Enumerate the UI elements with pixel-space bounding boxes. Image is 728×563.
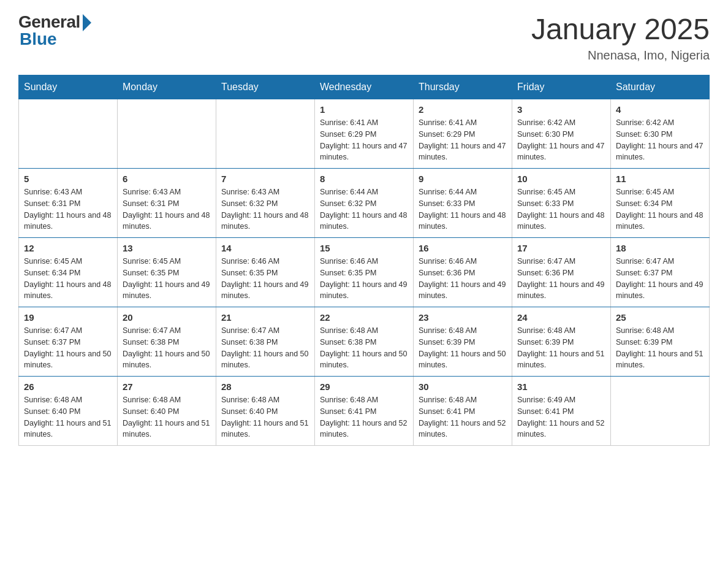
day-number: 6 (123, 174, 211, 184)
calendar-week-2: 5Sunrise: 6:43 AMSunset: 6:31 PMDaylight… (19, 169, 710, 238)
day-number: 2 (419, 104, 507, 115)
calendar-cell (216, 99, 315, 169)
logo-blue-text: Blue (18, 29, 57, 49)
day-number: 13 (123, 243, 211, 253)
calendar-cell: 3Sunrise: 6:42 AMSunset: 6:30 PMDaylight… (512, 99, 611, 169)
calendar-week-1: 1Sunrise: 6:41 AMSunset: 6:29 PMDaylight… (19, 99, 710, 169)
weekday-header-tuesday: Tuesday (216, 75, 315, 99)
calendar-cell: 26Sunrise: 6:48 AMSunset: 6:40 PMDayligh… (19, 377, 118, 446)
day-info: Sunrise: 6:43 AMSunset: 6:31 PMDaylight:… (123, 186, 211, 232)
day-number: 28 (221, 381, 309, 392)
calendar-cell: 15Sunrise: 6:46 AMSunset: 6:35 PMDayligh… (315, 238, 414, 307)
weekday-header-saturday: Saturday (611, 75, 710, 99)
page-header: General Blue January 2025 Nnenasa, Imo, … (18, 12, 710, 63)
day-number: 26 (24, 381, 112, 392)
calendar-cell: 5Sunrise: 6:43 AMSunset: 6:31 PMDaylight… (19, 169, 118, 238)
calendar-cell (118, 99, 216, 169)
day-number: 21 (221, 312, 309, 323)
day-number: 7 (221, 174, 309, 184)
day-info: Sunrise: 6:45 AMSunset: 6:35 PMDaylight:… (123, 256, 211, 302)
calendar-table: SundayMondayTuesdayWednesdayThursdayFrid… (18, 75, 710, 446)
day-info: Sunrise: 6:42 AMSunset: 6:30 PMDaylight:… (517, 117, 605, 163)
day-number: 25 (616, 312, 704, 323)
day-info: Sunrise: 6:48 AMSunset: 6:40 PMDaylight:… (24, 394, 112, 440)
month-title: January 2025 (531, 12, 710, 46)
day-info: Sunrise: 6:48 AMSunset: 6:40 PMDaylight:… (221, 394, 309, 440)
day-info: Sunrise: 6:43 AMSunset: 6:31 PMDaylight:… (24, 186, 112, 232)
day-info: Sunrise: 6:47 AMSunset: 6:37 PMDaylight:… (24, 325, 112, 371)
day-number: 31 (517, 381, 605, 392)
day-info: Sunrise: 6:46 AMSunset: 6:35 PMDaylight:… (320, 256, 408, 302)
calendar-cell: 16Sunrise: 6:46 AMSunset: 6:36 PMDayligh… (414, 238, 512, 307)
day-number: 29 (320, 381, 408, 392)
day-info: Sunrise: 6:44 AMSunset: 6:32 PMDaylight:… (320, 186, 408, 232)
calendar-cell: 14Sunrise: 6:46 AMSunset: 6:35 PMDayligh… (216, 238, 315, 307)
calendar-cell: 2Sunrise: 6:41 AMSunset: 6:29 PMDaylight… (414, 99, 512, 169)
weekday-header-thursday: Thursday (414, 75, 512, 99)
calendar-cell (611, 377, 710, 446)
day-number: 4 (616, 104, 704, 115)
day-number: 23 (419, 312, 507, 323)
calendar-cell: 17Sunrise: 6:47 AMSunset: 6:36 PMDayligh… (512, 238, 611, 307)
day-number: 8 (320, 174, 408, 184)
day-number: 14 (221, 243, 309, 253)
day-number: 24 (517, 312, 605, 323)
day-number: 16 (419, 243, 507, 253)
day-number: 11 (616, 174, 704, 184)
day-number: 12 (24, 243, 112, 253)
calendar-cell: 4Sunrise: 6:42 AMSunset: 6:30 PMDaylight… (611, 99, 710, 169)
weekday-header-wednesday: Wednesday (315, 75, 414, 99)
day-info: Sunrise: 6:45 AMSunset: 6:34 PMDaylight:… (616, 186, 704, 232)
day-number: 1 (320, 104, 408, 115)
day-info: Sunrise: 6:43 AMSunset: 6:32 PMDaylight:… (221, 186, 309, 232)
day-number: 15 (320, 243, 408, 253)
calendar-cell (19, 99, 118, 169)
calendar-cell: 13Sunrise: 6:45 AMSunset: 6:35 PMDayligh… (118, 238, 216, 307)
day-info: Sunrise: 6:41 AMSunset: 6:29 PMDaylight:… (320, 117, 408, 163)
day-info: Sunrise: 6:45 AMSunset: 6:34 PMDaylight:… (24, 256, 112, 302)
day-number: 22 (320, 312, 408, 323)
day-info: Sunrise: 6:48 AMSunset: 6:38 PMDaylight:… (320, 325, 408, 371)
day-number: 17 (517, 243, 605, 253)
weekday-header-sunday: Sunday (19, 75, 118, 99)
day-info: Sunrise: 6:47 AMSunset: 6:38 PMDaylight:… (221, 325, 309, 371)
calendar-cell: 9Sunrise: 6:44 AMSunset: 6:33 PMDaylight… (414, 169, 512, 238)
day-info: Sunrise: 6:47 AMSunset: 6:36 PMDaylight:… (517, 256, 605, 302)
calendar-header: SundayMondayTuesdayWednesdayThursdayFrid… (19, 75, 710, 99)
calendar-cell: 18Sunrise: 6:47 AMSunset: 6:37 PMDayligh… (611, 238, 710, 307)
calendar-cell: 1Sunrise: 6:41 AMSunset: 6:29 PMDaylight… (315, 99, 414, 169)
day-info: Sunrise: 6:45 AMSunset: 6:33 PMDaylight:… (517, 186, 605, 232)
day-info: Sunrise: 6:46 AMSunset: 6:35 PMDaylight:… (221, 256, 309, 302)
day-info: Sunrise: 6:47 AMSunset: 6:38 PMDaylight:… (123, 325, 211, 371)
calendar-cell: 19Sunrise: 6:47 AMSunset: 6:37 PMDayligh… (19, 307, 118, 377)
day-number: 3 (517, 104, 605, 115)
weekday-header-row: SundayMondayTuesdayWednesdayThursdayFrid… (19, 75, 710, 99)
calendar-cell: 10Sunrise: 6:45 AMSunset: 6:33 PMDayligh… (512, 169, 611, 238)
calendar-cell: 24Sunrise: 6:48 AMSunset: 6:39 PMDayligh… (512, 307, 611, 377)
day-number: 9 (419, 174, 507, 184)
weekday-header-monday: Monday (118, 75, 216, 99)
day-info: Sunrise: 6:46 AMSunset: 6:36 PMDaylight:… (419, 256, 507, 302)
calendar-cell: 21Sunrise: 6:47 AMSunset: 6:38 PMDayligh… (216, 307, 315, 377)
day-number: 27 (123, 381, 211, 392)
calendar-week-5: 26Sunrise: 6:48 AMSunset: 6:40 PMDayligh… (19, 377, 710, 446)
day-number: 19 (24, 312, 112, 323)
calendar-cell: 22Sunrise: 6:48 AMSunset: 6:38 PMDayligh… (315, 307, 414, 377)
calendar-cell: 8Sunrise: 6:44 AMSunset: 6:32 PMDaylight… (315, 169, 414, 238)
day-number: 20 (123, 312, 211, 323)
calendar-cell: 28Sunrise: 6:48 AMSunset: 6:40 PMDayligh… (216, 377, 315, 446)
day-info: Sunrise: 6:48 AMSunset: 6:39 PMDaylight:… (419, 325, 507, 371)
day-info: Sunrise: 6:49 AMSunset: 6:41 PMDaylight:… (517, 394, 605, 440)
calendar-cell: 25Sunrise: 6:48 AMSunset: 6:39 PMDayligh… (611, 307, 710, 377)
calendar-cell: 23Sunrise: 6:48 AMSunset: 6:39 PMDayligh… (414, 307, 512, 377)
calendar-cell: 20Sunrise: 6:47 AMSunset: 6:38 PMDayligh… (118, 307, 216, 377)
logo-arrow-icon (83, 14, 91, 31)
day-info: Sunrise: 6:47 AMSunset: 6:37 PMDaylight:… (616, 256, 704, 302)
calendar-week-4: 19Sunrise: 6:47 AMSunset: 6:37 PMDayligh… (19, 307, 710, 377)
day-info: Sunrise: 6:48 AMSunset: 6:41 PMDaylight:… (320, 394, 408, 440)
day-number: 18 (616, 243, 704, 253)
day-info: Sunrise: 6:42 AMSunset: 6:30 PMDaylight:… (616, 117, 704, 163)
title-section: January 2025 Nnenasa, Imo, Nigeria (531, 12, 710, 63)
day-info: Sunrise: 6:48 AMSunset: 6:41 PMDaylight:… (419, 394, 507, 440)
calendar-cell: 12Sunrise: 6:45 AMSunset: 6:34 PMDayligh… (19, 238, 118, 307)
